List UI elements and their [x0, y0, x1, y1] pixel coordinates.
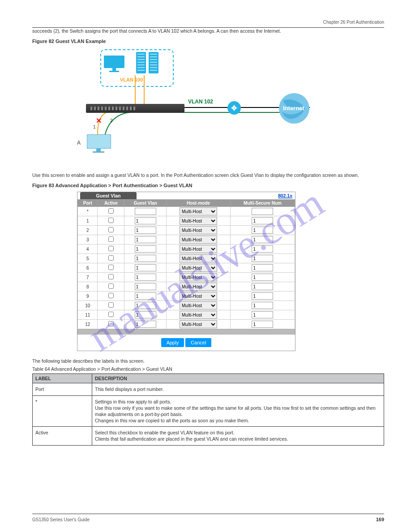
host-mode-select[interactable]: Multi-Host	[180, 273, 217, 281]
active-checkbox[interactable]	[108, 293, 114, 298]
host-mode-select[interactable]: Multi-Host	[180, 236, 217, 244]
desc-th-label: LABEL	[33, 374, 92, 383]
monitor-icon	[104, 56, 124, 72]
port-cell: 12	[78, 320, 98, 329]
multi-secure-num-input[interactable]	[252, 264, 273, 271]
cancel-button[interactable]: Cancel	[185, 338, 211, 347]
guest-vlan-input[interactable]	[135, 227, 156, 234]
switch-icon	[86, 104, 184, 113]
multi-secure-num-input[interactable]	[252, 208, 273, 215]
active-checkbox[interactable]	[108, 236, 114, 242]
guest-vlan-input[interactable]	[135, 292, 156, 300]
footer-text: GS1350 Series User's Guide	[32, 517, 90, 522]
host-mode-select[interactable]: Multi-Host	[180, 245, 217, 253]
guest-vlan-input[interactable]	[135, 283, 156, 290]
svg-marker-4	[232, 108, 236, 111]
col-header: Guest Vlan	[124, 200, 167, 207]
client-pc-icon	[87, 134, 110, 153]
port-cell: 8	[78, 282, 98, 292]
multi-secure-num-input[interactable]	[252, 283, 273, 290]
active-checkbox[interactable]	[108, 208, 114, 214]
port-cell: 10	[78, 301, 98, 310]
router-node-icon	[227, 101, 241, 115]
guest-vlan-input[interactable]	[135, 236, 156, 243]
multi-secure-num-input[interactable]	[252, 217, 273, 224]
port-cell: *	[78, 207, 98, 216]
guest-vlan-input[interactable]	[135, 321, 156, 328]
port-cell: 1	[78, 216, 98, 226]
description-table: LABEL DESCRIPTION PortThis field display…	[32, 373, 384, 445]
screenshot-tab[interactable]: Guest Vlan	[80, 192, 137, 199]
desc-table-title: Table 64 Advanced Application > Port Aut…	[32, 366, 384, 372]
guest-vlan-input[interactable]	[135, 302, 156, 309]
host-mode-select[interactable]: Multi-Host	[180, 311, 217, 319]
guest-vlan-input[interactable]	[135, 264, 156, 271]
desc-label-cell: *	[33, 395, 92, 427]
host-mode-select[interactable]: Multi-Host	[180, 283, 217, 291]
port-cell: 5	[78, 254, 98, 263]
guest-vlan-input[interactable]	[135, 311, 156, 318]
multi-secure-num-input[interactable]	[252, 227, 273, 234]
marker-2: 2	[110, 118, 113, 123]
marker-1: 1	[93, 124, 96, 129]
guest-vlan-screenshot: Guest Vlan 802.1x PortActiveGuest VlanHo…	[77, 192, 295, 351]
host-mode-select[interactable]: Multi-Host	[180, 292, 217, 300]
vlan100-label: VLAN 100	[120, 77, 143, 82]
header-right: Chapter 26 Port Authentication	[323, 20, 384, 25]
multi-secure-num-input[interactable]	[252, 321, 273, 328]
col-header: Host-mode	[167, 200, 231, 207]
vlan102-label: VLAN 102	[188, 99, 213, 105]
host-mode-select[interactable]: Multi-Host	[180, 207, 217, 215]
multi-secure-num-input[interactable]	[252, 274, 273, 281]
multi-secure-num-input[interactable]	[252, 236, 273, 243]
guest-vlan-input[interactable]	[135, 255, 156, 262]
multi-secure-num-input[interactable]	[252, 302, 273, 309]
multi-secure-num-input[interactable]	[252, 245, 273, 253]
active-checkbox[interactable]	[108, 227, 114, 232]
col-header: Port	[78, 200, 98, 207]
host-mode-select[interactable]: Multi-Host	[180, 301, 217, 309]
active-checkbox[interactable]	[108, 265, 114, 270]
multi-secure-num-input[interactable]	[252, 255, 273, 262]
host-mode-select[interactable]: Multi-Host	[180, 254, 217, 262]
paragraph-intro: succeeds (2), the Switch assigns the por…	[32, 28, 384, 34]
link-8021x[interactable]: 802.1x	[278, 193, 292, 198]
apply-button[interactable]: Apply	[161, 338, 184, 347]
guest-vlan-input[interactable]	[135, 245, 156, 253]
active-checkbox[interactable]	[108, 218, 114, 223]
guest-vlan-input[interactable]	[135, 217, 156, 224]
active-checkbox[interactable]	[108, 302, 114, 308]
desc-intro: The following table describes the labels…	[32, 358, 384, 364]
internet-label: Internet	[283, 105, 304, 112]
guest-vlan-input[interactable]	[135, 274, 156, 281]
desc-desc-cell: Settings in this row apply to all ports.…	[92, 395, 384, 427]
desc-desc-cell: This field displays a port number.	[92, 383, 384, 395]
server-icon-2	[149, 52, 158, 73]
page-number: 169	[376, 517, 384, 522]
port-cell: 6	[78, 263, 98, 273]
col-header: Active	[98, 200, 124, 207]
port-cell: 7	[78, 273, 98, 282]
host-mode-select[interactable]: Multi-Host	[180, 320, 217, 328]
active-checkbox[interactable]	[108, 274, 114, 279]
marker-A: A	[77, 140, 81, 146]
internet-globe-icon: Internet	[274, 90, 314, 127]
server-icon-1	[136, 52, 146, 73]
active-checkbox[interactable]	[108, 312, 114, 317]
host-mode-select[interactable]: Multi-Host	[180, 264, 217, 272]
figure-82-title: Figure 82 Guest VLAN Example	[32, 39, 384, 44]
host-mode-select[interactable]: Multi-Host	[180, 217, 217, 225]
active-checkbox[interactable]	[108, 246, 114, 251]
x-mark-icon: ✕	[96, 116, 102, 125]
port-cell: 4	[78, 245, 98, 254]
paragraph-body2: Use this screen to enable and assign a g…	[32, 172, 384, 178]
active-checkbox[interactable]	[108, 255, 114, 261]
guest-vlan-input[interactable]	[135, 208, 156, 215]
host-mode-select[interactable]: Multi-Host	[180, 226, 217, 234]
multi-secure-num-input[interactable]	[252, 292, 273, 300]
multi-secure-num-input[interactable]	[252, 311, 273, 318]
desc-label-cell: Active	[33, 427, 92, 445]
active-checkbox[interactable]	[108, 283, 114, 289]
active-checkbox[interactable]	[108, 321, 114, 326]
desc-th-desc: DESCRIPTION	[92, 374, 384, 383]
